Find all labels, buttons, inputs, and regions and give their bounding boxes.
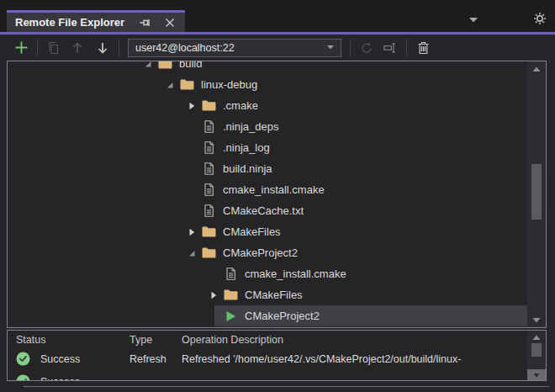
- chevron-down-icon[interactable]: [469, 18, 478, 23]
- run-icon: [221, 310, 240, 322]
- tree-scrollbar[interactable]: [527, 61, 546, 327]
- scroll-up-icon[interactable]: [527, 331, 546, 344]
- tree-row[interactable]: .ninja_deps: [8, 116, 527, 137]
- expander-spacer: [184, 185, 199, 195]
- operations-header: Status Type Operation Description: [8, 331, 527, 347]
- tree-item-label: CMakeProject2: [218, 246, 298, 259]
- column-type[interactable]: Type: [130, 334, 182, 346]
- expander-collapsed-icon[interactable]: [184, 227, 199, 237]
- status-cell: Success: [8, 374, 130, 381]
- connection-value: user42@localhost:22: [135, 42, 327, 54]
- folder-icon: [199, 100, 218, 111]
- copy-icon: [47, 41, 61, 55]
- scroll-up-icon[interactable]: [527, 62, 546, 76]
- expander-expanded-icon[interactable]: [162, 80, 177, 90]
- operations-list: Status Type Operation Description Succes…: [8, 331, 527, 381]
- expander-spacer: [184, 206, 199, 216]
- tree-row[interactable]: .ninja_log: [8, 137, 527, 158]
- close-icon[interactable]: [163, 16, 177, 29]
- upload-button[interactable]: [68, 38, 87, 58]
- operations-pane: Status Type Operation Description Succes…: [7, 330, 547, 381]
- tree-item-label: build: [174, 61, 202, 70]
- tree-item-label: CMakeProject2: [240, 310, 320, 322]
- tree-item-label: cmake_install.cmake: [240, 268, 346, 280]
- type-value: Refresh: [130, 353, 182, 365]
- success-icon: [16, 374, 30, 381]
- scroll-down-icon[interactable]: [527, 313, 546, 326]
- down-arrow-icon: [96, 41, 109, 55]
- expander-expanded-icon[interactable]: [140, 61, 156, 69]
- file-icon: [199, 141, 218, 154]
- file-tree: buildlinux-debug.cmake.ninja_deps.ninja_…: [7, 61, 547, 328]
- tree-scroll-thumb[interactable]: [531, 164, 542, 220]
- expander-spacer: [206, 311, 221, 321]
- operation-row[interactable]: Success: [8, 370, 527, 381]
- tree-row[interactable]: CMakeCache.txt: [8, 200, 527, 221]
- status-value: Success: [40, 353, 80, 365]
- delete-button[interactable]: [414, 38, 432, 58]
- tree-item-label: build.ninja: [218, 162, 272, 175]
- tree-item-label: CMakeFiles: [218, 225, 281, 238]
- panel-titlebar: Remote File Explorer: [0, 0, 555, 32]
- operation-row[interactable]: SuccessRefreshRefreshed '/home/user42/.v…: [8, 347, 527, 370]
- rename-button[interactable]: [381, 38, 399, 58]
- operations-scrollbar[interactable]: [527, 331, 546, 380]
- trash-icon: [416, 41, 430, 55]
- toolbar-separator: [37, 40, 38, 56]
- expander-spacer: [184, 143, 199, 153]
- tab-remote-file-explorer[interactable]: Remote File Explorer: [7, 10, 185, 32]
- expander-collapsed-icon[interactable]: [206, 290, 221, 300]
- gear-icon[interactable]: [533, 12, 547, 25]
- tree-row[interactable]: CMakeFiles: [8, 284, 527, 305]
- tree-row[interactable]: .cmake: [8, 95, 527, 116]
- combo-arrow-icon: [327, 45, 334, 50]
- success-icon: [16, 352, 30, 366]
- tree-item-label: .ninja_deps: [218, 120, 279, 133]
- tree-row[interactable]: CMakeProject2: [8, 242, 527, 263]
- tree-row[interactable]: build: [8, 61, 527, 74]
- toolbar-separator: [406, 40, 407, 56]
- tree-item-label: .cmake: [218, 99, 258, 112]
- expander-spacer: [206, 269, 221, 279]
- expander-spacer: [184, 122, 199, 132]
- file-icon: [199, 183, 218, 196]
- expander-spacer: [184, 164, 199, 174]
- file-icon: [221, 268, 240, 280]
- next-pane-edge: [24, 386, 549, 392]
- tree-row[interactable]: linux-debug: [8, 74, 527, 95]
- description-value: Refreshed '/home/user42/.vs/CMakeProject…: [182, 353, 527, 365]
- tree-row[interactable]: CMakeProject2: [8, 305, 527, 326]
- status-value: Success: [40, 376, 80, 382]
- tree-row[interactable]: build.ninja: [8, 158, 527, 179]
- add-connection-button[interactable]: [12, 38, 30, 58]
- tree-rows: buildlinux-debug.cmake.ninja_deps.ninja_…: [8, 61, 527, 326]
- refresh-button[interactable]: [357, 38, 376, 58]
- tree-item-label: CMakeFiles: [240, 289, 303, 301]
- tree-item-label: cmake_install.cmake: [218, 183, 325, 196]
- column-operation-description[interactable]: Operation Description: [182, 334, 527, 346]
- tree-row[interactable]: CMakeFiles: [8, 221, 527, 242]
- folder-icon: [221, 289, 240, 300]
- expander-expanded-icon[interactable]: [184, 248, 199, 258]
- panel-title: Remote File Explorer: [15, 16, 126, 29]
- folder-icon: [177, 79, 196, 90]
- scroll-down-icon[interactable]: [527, 369, 546, 380]
- rename-icon: [383, 41, 397, 55]
- column-status[interactable]: Status: [8, 334, 130, 346]
- tree-row[interactable]: cmake_install.cmake: [8, 179, 527, 200]
- copy-button[interactable]: [45, 38, 63, 58]
- tree-item-label: CMakeCache.txt: [218, 204, 304, 217]
- operations-scroll-thumb[interactable]: [531, 343, 542, 357]
- pin-icon[interactable]: [138, 16, 151, 29]
- tree-row[interactable]: cmake_install.cmake: [8, 263, 527, 284]
- tree-item-label: .ninja_log: [218, 141, 270, 154]
- expander-collapsed-icon[interactable]: [184, 101, 199, 111]
- folder-icon: [199, 247, 218, 258]
- remote-file-explorer-panel: Remote File Explorer: [0, 0, 555, 392]
- file-icon: [199, 120, 218, 133]
- toolbar-separator: [119, 40, 119, 56]
- folder-icon: [199, 226, 218, 237]
- status-cell: Success: [8, 352, 130, 366]
- download-button[interactable]: [93, 38, 112, 58]
- connection-select[interactable]: user42@localhost:22: [128, 39, 341, 57]
